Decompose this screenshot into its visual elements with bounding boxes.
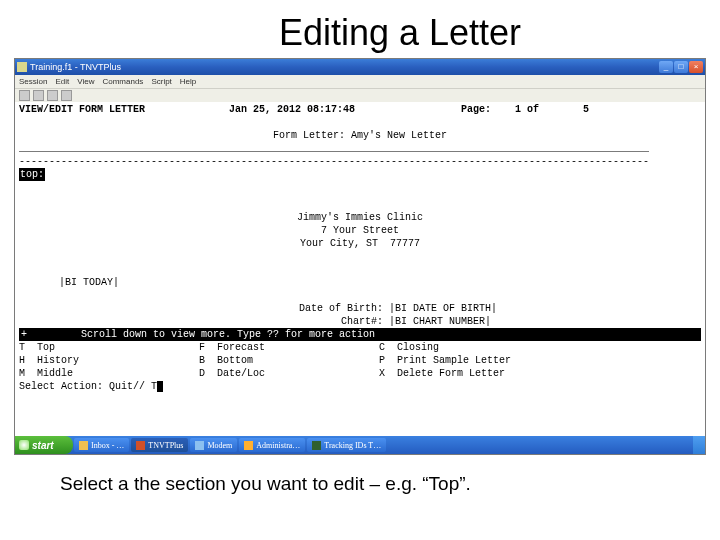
window-titlebar: Training.f1 - TNVTPlus _ □ × (15, 59, 705, 75)
windows-taskbar: start Inbox - … TNVTPlus Modem Administr… (15, 436, 705, 454)
datetime: Jan 25, 2012 08:17:48 (229, 103, 439, 116)
blank-line (19, 116, 701, 129)
window-controls: _ □ × (659, 61, 703, 73)
menu-view[interactable]: View (77, 77, 94, 86)
dob-line: Date of Birth: |BI DATE OF BIRTH| (19, 302, 701, 315)
page-label: Page: (439, 103, 499, 116)
blank-line (19, 263, 701, 276)
taskbar-item[interactable]: TNVTPlus (131, 438, 188, 452)
app-icon (136, 441, 145, 450)
bi-today: |BI TODAY| (19, 276, 701, 289)
menu-commands[interactable]: Commands (102, 77, 143, 86)
blank-line (19, 393, 701, 406)
menu-history[interactable]: HHistory (19, 354, 199, 367)
menu-dateloc[interactable]: DDate/Loc (199, 367, 379, 380)
taskbar-item[interactable]: Administra… (239, 438, 305, 452)
toolbar-icon[interactable] (61, 90, 72, 101)
blank-line (19, 250, 701, 263)
terminal-screen: VIEW/EDIT FORM LETTER Jan 25, 2012 08:17… (15, 102, 705, 436)
windows-logo-icon (19, 440, 29, 450)
toolbar-icon[interactable] (33, 90, 44, 101)
window-title: Training.f1 - TNVTPlus (30, 62, 121, 72)
taskbar-item[interactable]: Tracking IDs T… (307, 438, 386, 452)
page-current: 1 of (499, 103, 539, 116)
toolbar-icon[interactable] (47, 90, 58, 101)
cursor (157, 381, 163, 392)
menu-edit[interactable]: Edit (55, 77, 69, 86)
close-button[interactable]: × (689, 61, 703, 73)
terminal-header: VIEW/EDIT FORM LETTER Jan 25, 2012 08:17… (19, 103, 701, 116)
scroll-hint-text: Scroll down to view more. Type ?? for mo… (29, 328, 699, 341)
minimize-button[interactable]: _ (659, 61, 673, 73)
app-icon (244, 441, 253, 450)
menu-delete[interactable]: XDelete Form Letter (379, 367, 639, 380)
app-icon (79, 441, 88, 450)
app-icon (312, 441, 321, 450)
menu-forecast[interactable]: FForecast (199, 341, 379, 354)
top-badge: top: (19, 168, 45, 181)
taskbar-item[interactable]: Inbox - … (74, 438, 129, 452)
action-menu: TTop FForecast CClosing HHistory BBottom… (19, 341, 701, 380)
start-button[interactable]: start (15, 436, 73, 454)
top-badge-line: top: (19, 168, 701, 181)
application-window: Training.f1 - TNVTPlus _ □ × Session Edi… (14, 58, 706, 455)
dashes: ----------------------------------------… (19, 155, 701, 168)
menu-top[interactable]: TTop (19, 341, 199, 354)
blank-line (19, 181, 701, 194)
menu-closing[interactable]: CClosing (379, 341, 639, 354)
system-tray[interactable] (693, 436, 705, 454)
menu-print[interactable]: PPrint Sample Letter (379, 354, 639, 367)
menu-script[interactable]: Script (151, 77, 171, 86)
clinic-address: Jimmy's Immies Clinic 7 Your Street Your… (19, 211, 701, 250)
blank-line (19, 406, 701, 419)
prompt-text: Select Action: Quit// T (19, 380, 157, 393)
menu-middle[interactable]: MMiddle (19, 367, 199, 380)
screen-name: VIEW/EDIT FORM LETTER (19, 103, 229, 116)
clinic-city: Your City, ST 77777 (19, 237, 701, 250)
app-icon (17, 62, 27, 72)
scroll-hint-bar: + Scroll down to view more. Type ?? for … (19, 328, 701, 341)
select-action-prompt[interactable]: Select Action: Quit// T (19, 380, 701, 393)
slide-caption: Select a the section you want to edit – … (60, 473, 720, 495)
underline-solid: ________________________________________… (19, 142, 701, 155)
clinic-name: Jimmy's Immies Clinic (19, 211, 701, 224)
blank-line (19, 419, 701, 432)
taskbar-item[interactable]: Modem (190, 438, 237, 452)
blank-line (19, 289, 701, 302)
menu-help[interactable]: Help (180, 77, 196, 86)
menu-bar: Session Edit View Commands Script Help (15, 75, 705, 88)
page-total: 5 (539, 103, 589, 116)
maximize-button[interactable]: □ (674, 61, 688, 73)
slide-title: Editing a Letter (0, 12, 720, 54)
chart-line: Chart#: |BI CHART NUMBER| (19, 315, 701, 328)
form-letter-subtitle: Form Letter: Amy's New Letter (19, 129, 701, 142)
toolbar-icon[interactable] (19, 90, 30, 101)
menu-session[interactable]: Session (19, 77, 47, 86)
clinic-street: 7 Your Street (19, 224, 701, 237)
menu-bottom[interactable]: BBottom (199, 354, 379, 367)
plus-indicator: + (21, 328, 29, 341)
blank-line (19, 194, 701, 207)
app-icon (195, 441, 204, 450)
toolbar (15, 88, 705, 102)
